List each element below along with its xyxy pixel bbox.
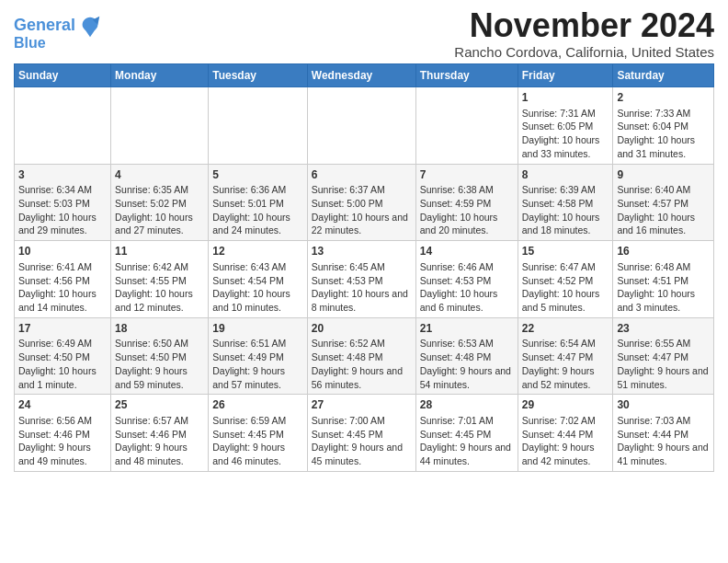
calendar-cell: 14Sunrise: 6:46 AMSunset: 4:53 PMDayligh… xyxy=(415,241,518,318)
sunset: Sunset: 4:53 PM xyxy=(312,275,383,286)
sunrise: Sunrise: 6:53 AM xyxy=(420,338,494,349)
calendar-cell: 21Sunrise: 6:53 AMSunset: 4:48 PMDayligh… xyxy=(415,317,518,395)
calendar-cell: 4Sunrise: 6:35 AMSunset: 5:02 PMDaylight… xyxy=(111,164,209,241)
day-number: 9 xyxy=(617,167,710,183)
sunrise: Sunrise: 6:42 AM xyxy=(115,261,188,272)
day-number: 24 xyxy=(18,397,107,413)
sunset: Sunset: 4:45 PM xyxy=(312,429,383,440)
sunrise: Sunrise: 6:35 AM xyxy=(115,184,188,195)
calendar-cell xyxy=(415,87,518,165)
day-number: 14 xyxy=(420,244,514,259)
calendar-cell: 8Sunrise: 6:39 AMSunset: 4:58 PMDaylight… xyxy=(518,164,613,241)
sunset: Sunset: 4:44 PM xyxy=(522,429,594,440)
calendar-week-row: 10Sunrise: 6:41 AMSunset: 4:56 PMDayligh… xyxy=(15,241,714,318)
sunset: Sunset: 5:01 PM xyxy=(212,198,284,209)
sunset: Sunset: 4:45 PM xyxy=(212,429,284,440)
calendar-cell xyxy=(307,87,415,165)
daylight: Daylight: 10 hours and 33 minutes. xyxy=(522,134,600,159)
calendar-week-row: 3Sunrise: 6:34 AMSunset: 5:03 PMDaylight… xyxy=(15,164,714,241)
sunset: Sunset: 6:04 PM xyxy=(617,121,688,132)
col-thursday: Thursday xyxy=(415,64,518,87)
calendar-cell: 5Sunrise: 6:36 AMSunset: 5:01 PMDaylight… xyxy=(209,164,308,241)
sunset: Sunset: 5:02 PM xyxy=(115,198,187,209)
col-saturday: Saturday xyxy=(613,64,714,87)
day-number: 13 xyxy=(312,244,412,259)
sunrise: Sunrise: 7:01 AM xyxy=(420,415,494,426)
sunset: Sunset: 4:55 PM xyxy=(115,275,187,286)
sunrise: Sunrise: 7:33 AM xyxy=(617,108,690,119)
sunrise: Sunrise: 6:39 AM xyxy=(522,184,596,195)
daylight: Daylight: 10 hours and 22 minutes. xyxy=(312,212,408,236)
sunset: Sunset: 4:45 PM xyxy=(420,429,492,440)
calendar-cell: 22Sunrise: 6:54 AMSunset: 4:47 PMDayligh… xyxy=(518,317,613,395)
sunrise: Sunrise: 7:02 AM xyxy=(522,415,596,426)
daylight: Daylight: 9 hours and 52 minutes. xyxy=(522,365,595,390)
daylight: Daylight: 9 hours and 46 minutes. xyxy=(212,442,285,466)
day-number: 1 xyxy=(522,90,609,106)
sunset: Sunset: 4:58 PM xyxy=(522,198,594,209)
day-number: 27 xyxy=(312,397,412,413)
col-friday: Friday xyxy=(518,64,613,87)
calendar-cell: 28Sunrise: 7:01 AMSunset: 4:45 PMDayligh… xyxy=(415,395,518,472)
day-number: 3 xyxy=(18,167,107,183)
calendar-cell xyxy=(111,87,209,165)
sunset: Sunset: 4:54 PM xyxy=(212,275,284,286)
calendar-cell: 7Sunrise: 6:38 AMSunset: 4:59 PMDaylight… xyxy=(415,164,518,241)
calendar-cell: 30Sunrise: 7:03 AMSunset: 4:44 PMDayligh… xyxy=(613,395,714,472)
daylight: Daylight: 10 hours and 10 minutes. xyxy=(212,288,290,313)
sunset: Sunset: 4:49 PM xyxy=(212,351,284,362)
daylight: Daylight: 10 hours and 8 minutes. xyxy=(312,288,408,313)
logo: General Blue xyxy=(14,13,103,52)
daylight: Daylight: 9 hours and 54 minutes. xyxy=(420,365,511,390)
sunset: Sunset: 6:05 PM xyxy=(522,121,594,132)
sunset: Sunset: 4:44 PM xyxy=(617,429,688,440)
calendar-cell xyxy=(209,87,308,165)
sunrise: Sunrise: 6:38 AM xyxy=(420,184,494,195)
daylight: Daylight: 9 hours and 48 minutes. xyxy=(115,442,188,466)
day-number: 12 xyxy=(212,244,303,259)
calendar-cell: 26Sunrise: 6:59 AMSunset: 4:45 PMDayligh… xyxy=(209,395,308,472)
day-number: 16 xyxy=(617,244,710,259)
day-number: 8 xyxy=(522,167,609,183)
calendar-cell: 20Sunrise: 6:52 AMSunset: 4:48 PMDayligh… xyxy=(307,317,415,395)
sunset: Sunset: 4:47 PM xyxy=(522,351,594,362)
calendar-cell: 3Sunrise: 6:34 AMSunset: 5:03 PMDaylight… xyxy=(15,164,111,241)
calendar-cell: 2Sunrise: 7:33 AMSunset: 6:04 PMDaylight… xyxy=(613,87,714,165)
col-tuesday: Tuesday xyxy=(209,64,308,87)
day-number: 23 xyxy=(617,321,710,337)
day-number: 20 xyxy=(312,321,412,337)
daylight: Daylight: 9 hours and 59 minutes. xyxy=(115,365,188,390)
day-number: 4 xyxy=(115,167,204,183)
daylight: Daylight: 10 hours and 24 minutes. xyxy=(212,212,290,236)
daylight: Daylight: 9 hours and 57 minutes. xyxy=(212,365,285,390)
sunset: Sunset: 4:57 PM xyxy=(617,198,688,209)
sunrise: Sunrise: 7:03 AM xyxy=(617,415,690,426)
day-number: 30 xyxy=(617,397,710,413)
sunrise: Sunrise: 6:45 AM xyxy=(312,261,385,272)
calendar-cell: 23Sunrise: 6:55 AMSunset: 4:47 PMDayligh… xyxy=(613,317,714,395)
sunrise: Sunrise: 6:49 AM xyxy=(18,338,92,349)
col-sunday: Sunday xyxy=(15,64,111,87)
sunset: Sunset: 4:53 PM xyxy=(420,275,492,286)
daylight: Daylight: 10 hours and 3 minutes. xyxy=(617,288,695,313)
sunset: Sunset: 4:50 PM xyxy=(18,351,90,362)
sunrise: Sunrise: 6:57 AM xyxy=(115,415,188,426)
day-number: 18 xyxy=(115,321,204,337)
calendar-header-row: Sunday Monday Tuesday Wednesday Thursday… xyxy=(15,64,714,87)
day-number: 7 xyxy=(420,167,514,183)
sunrise: Sunrise: 6:36 AM xyxy=(212,184,286,195)
day-number: 6 xyxy=(312,167,412,183)
sunrise: Sunrise: 6:37 AM xyxy=(312,184,385,195)
col-wednesday: Wednesday xyxy=(307,64,415,87)
sunrise: Sunrise: 6:51 AM xyxy=(212,338,286,349)
calendar-cell: 18Sunrise: 6:50 AMSunset: 4:50 PMDayligh… xyxy=(111,317,209,395)
day-number: 28 xyxy=(420,397,514,413)
day-number: 15 xyxy=(522,244,609,259)
calendar-container: General Blue November 2024 Rancho Cordov… xyxy=(0,0,728,477)
calendar-cell: 29Sunrise: 7:02 AMSunset: 4:44 PMDayligh… xyxy=(518,395,613,472)
sunrise: Sunrise: 6:41 AM xyxy=(18,261,92,272)
col-monday: Monday xyxy=(111,64,209,87)
daylight: Daylight: 9 hours and 56 minutes. xyxy=(312,365,403,390)
header: General Blue November 2024 Rancho Cordov… xyxy=(14,9,714,60)
logo-icon xyxy=(77,13,103,39)
